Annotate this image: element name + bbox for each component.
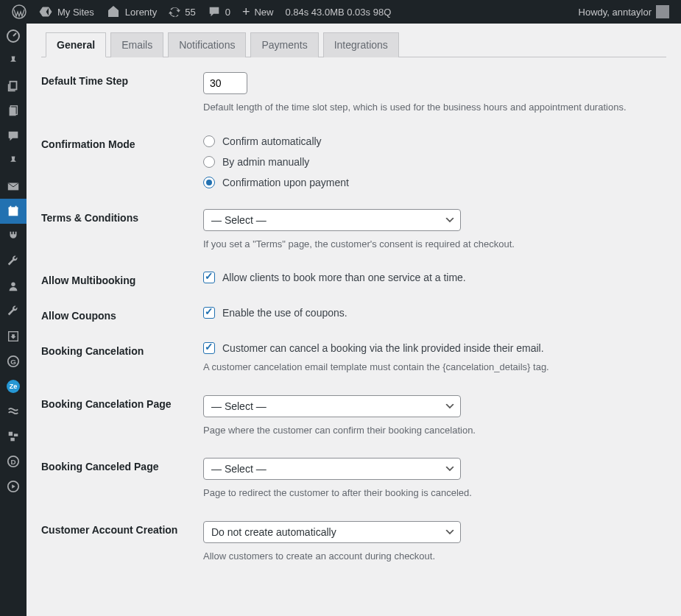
check-coupons-label: Enable the use of coupons.	[222, 307, 347, 319]
radio-confirm-payment-label: Confirmation upon payment	[222, 177, 349, 188]
updates-count: 55	[185, 7, 195, 18]
radio-confirm-payment-wrap[interactable]: Confirmation upon payment	[203, 177, 660, 188]
sidebar-pin-1[interactable]	[0, 49, 27, 74]
new-content[interactable]: + New	[236, 0, 280, 24]
tab-integrations[interactable]: Integrations	[323, 32, 399, 57]
desc-cancel-page: Page where the customer can confirm thei…	[203, 423, 660, 438]
svg-rect-12	[9, 432, 13, 436]
label-account-creation: Customer Account Creation	[41, 521, 203, 564]
tab-general[interactable]: General	[46, 32, 106, 57]
label-confirmation-mode: Confirmation Mode	[41, 135, 203, 188]
admin-sidebar: G Ze D	[0, 24, 27, 616]
plus-icon: +	[242, 4, 250, 20]
select-terms[interactable]: — Select —	[203, 209, 461, 231]
comments-count: 0	[225, 7, 230, 18]
tab-emails[interactable]: Emails	[110, 32, 163, 57]
label-canceled-page: Booking Canceled Page	[41, 458, 203, 500]
sidebar-play[interactable]	[0, 474, 27, 499]
comments[interactable]: 0	[202, 0, 236, 24]
site-name[interactable]: Lorenty	[100, 0, 163, 24]
desc-cancelation: A customer cancelation email template mu…	[203, 360, 660, 375]
label-cancelation: Booking Cancelation	[41, 342, 203, 375]
main-content: General Emails Notifications Payments In…	[27, 24, 681, 616]
my-sites[interactable]: My Sites	[32, 0, 100, 24]
radio-confirm-auto[interactable]	[203, 135, 215, 147]
sidebar-import[interactable]	[0, 324, 27, 349]
tab-payments[interactable]: Payments	[250, 32, 318, 57]
wp-logo[interactable]	[6, 0, 32, 24]
radio-confirm-auto-label: Confirm automatically	[222, 135, 322, 147]
radio-confirm-admin-wrap[interactable]: By admin manually	[203, 156, 660, 168]
sidebar-settings[interactable]	[0, 299, 27, 324]
updates[interactable]: 55	[163, 0, 201, 24]
admin-bar: My Sites Lorenty 55 0 + New 0.84s 43.0MB…	[0, 0, 681, 24]
avatar	[656, 5, 669, 18]
sidebar-users[interactable]	[0, 274, 27, 299]
check-coupons[interactable]	[203, 307, 215, 319]
tab-notifications[interactable]: Notifications	[168, 32, 246, 57]
check-cancelation-label: Customer can cancel a booking via the li…	[222, 342, 544, 354]
desc-canceled-page: Page to redirect the customer to after t…	[203, 486, 660, 500]
sidebar-plugins[interactable]	[0, 224, 27, 249]
svg-text:G: G	[10, 358, 16, 366]
sidebar-comments[interactable]	[0, 124, 27, 149]
sidebar-ze[interactable]: Ze	[0, 374, 27, 399]
sidebar-appointments[interactable]	[0, 199, 27, 224]
check-multibooking-label: Allow clients to book more than one serv…	[222, 272, 466, 283]
radio-confirm-payment[interactable]	[203, 177, 215, 188]
sidebar-d[interactable]: D	[0, 449, 27, 474]
select-cancel-page[interactable]: — Select —	[203, 395, 461, 417]
select-canceled-page[interactable]: — Select —	[203, 458, 461, 480]
input-default-time-step[interactable]	[203, 72, 247, 94]
svg-rect-14	[10, 438, 14, 442]
sidebar-pages[interactable]	[0, 99, 27, 124]
sidebar-tools[interactable]	[0, 249, 27, 274]
desc-default-time-step: Default length of the time slot step, wh…	[203, 100, 660, 115]
radio-confirm-admin[interactable]	[203, 156, 215, 168]
select-account-creation[interactable]: Do not create automatically	[203, 521, 461, 543]
sidebar-mail[interactable]	[0, 174, 27, 199]
my-sites-label: My Sites	[57, 7, 94, 18]
debug-stats[interactable]: 0.84s 43.0MB 0.03s 98Q	[279, 0, 397, 24]
check-multibooking[interactable]	[203, 272, 215, 283]
site-name-label: Lorenty	[125, 7, 157, 18]
svg-text:D: D	[10, 458, 15, 466]
account-menu[interactable]: Howdy, anntaylor	[573, 5, 675, 18]
check-cancelation-wrap[interactable]: Customer can cancel a booking via the li…	[203, 342, 660, 354]
check-multibooking-wrap[interactable]: Allow clients to book more than one serv…	[203, 272, 660, 283]
howdy-text: Howdy, anntaylor	[579, 7, 652, 18]
stats-text: 0.84s 43.0MB 0.03s 98Q	[285, 7, 391, 18]
svg-point-8	[11, 283, 15, 286]
radio-confirm-auto-wrap[interactable]: Confirm automatically	[203, 135, 660, 147]
sidebar-share[interactable]	[0, 424, 27, 449]
label-coupons: Allow Coupons	[41, 307, 203, 322]
sidebar-waves[interactable]	[0, 399, 27, 424]
settings-tabs: General Emails Notifications Payments In…	[41, 32, 666, 57]
label-default-time-step: Default Time Step	[41, 72, 203, 115]
desc-terms: If you set a "Terms" page, the customer'…	[203, 237, 660, 252]
sidebar-layers[interactable]	[0, 74, 27, 99]
svg-rect-13	[14, 433, 18, 436]
check-coupons-wrap[interactable]: Enable the use of coupons.	[203, 307, 660, 319]
check-cancelation[interactable]	[203, 342, 215, 354]
sidebar-g[interactable]: G	[0, 349, 27, 374]
desc-account-creation: Allow customers to create an account dur…	[203, 549, 660, 564]
new-label: New	[254, 7, 273, 18]
label-cancel-page: Booking Cancelation Page	[41, 395, 203, 438]
sidebar-pin-2[interactable]	[0, 149, 27, 174]
label-terms: Terms & Conditions	[41, 209, 203, 252]
label-multibooking: Allow Multibooking	[41, 272, 203, 286]
svg-rect-2	[10, 82, 17, 90]
sidebar-dashboard[interactable]	[0, 24, 27, 49]
radio-confirm-admin-label: By admin manually	[222, 156, 309, 168]
